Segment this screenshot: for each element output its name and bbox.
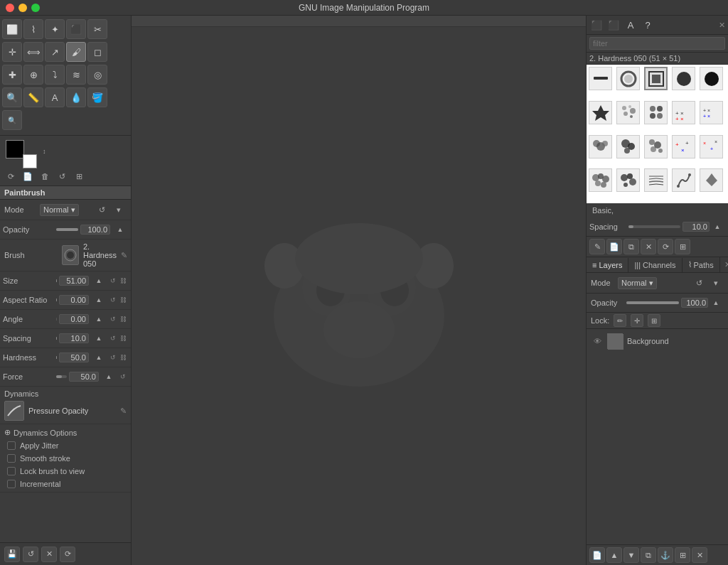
font-icon-tab[interactable]: A [623, 18, 638, 32]
zoom-single-tool[interactable]: 🔍 [2, 110, 22, 130]
opacity-spinup[interactable]: ▲ [112, 222, 128, 237]
fuzzy-select-tool[interactable]: ✦ [45, 19, 65, 39]
layer-item-background[interactable]: 👁 Background [589, 331, 726, 351]
brush-cell-4[interactable] [672, 67, 695, 90]
bucket-fill-tool[interactable]: 🪣 [87, 87, 107, 107]
dynamics-preview[interactable] [4, 401, 24, 421]
help-icon-tab[interactable]: ? [641, 18, 655, 32]
brush-cell-17[interactable] [616, 168, 640, 192]
opacity-value[interactable] [80, 225, 110, 235]
duplicate-brush-btn[interactable]: ⧉ [623, 239, 639, 254]
layers-mode-more-btn[interactable]: ▾ [708, 275, 724, 291]
transform-tool[interactable]: ↗ [45, 42, 65, 62]
smudge-tool[interactable]: ⤵ [45, 65, 65, 85]
brush-cell-6[interactable] [589, 101, 612, 124]
maximize-button[interactable] [31, 4, 40, 12]
angle-reset-btn[interactable]: ↺ [108, 314, 118, 324]
layers-mode-reset-btn[interactable]: ↺ [691, 275, 707, 291]
opacity-slider[interactable] [56, 228, 78, 231]
restore-defaults-btn[interactable]: ⟳ [3, 168, 18, 184]
close-button[interactable] [6, 4, 14, 12]
size-chain-btn[interactable]: ⛓ [118, 276, 128, 286]
incremental-checkbox[interactable] [7, 480, 16, 488]
spacing-value[interactable] [59, 333, 89, 343]
layer-eye-icon[interactable]: 👁 [592, 335, 603, 347]
mode-reset-btn[interactable]: ↺ [94, 202, 109, 217]
brush-cell-8[interactable] [644, 101, 668, 124]
aspect-ratio-value[interactable] [59, 295, 89, 305]
measure-tool[interactable]: 📏 [23, 87, 43, 107]
aspect-ratio-slider[interactable] [56, 298, 57, 301]
save-preset-btn[interactable]: 📄 [20, 168, 36, 184]
brush-cell-15[interactable]: × + × [700, 135, 723, 158]
spacing-basic-slider[interactable] [628, 225, 680, 228]
dodge-tool[interactable]: ◎ [87, 65, 107, 85]
brush-edit-btn[interactable]: ✎ [121, 251, 127, 260]
layers-close-btn[interactable]: ✕ [720, 257, 728, 272]
mode-select[interactable]: Normal ▾ [40, 204, 79, 216]
brush-cell-2[interactable] [616, 67, 640, 90]
brush-cell-7[interactable] [616, 101, 640, 124]
paintbrush-tool[interactable]: 🖌 [66, 42, 86, 62]
brush-cell-14[interactable]: + × + [672, 135, 695, 158]
paths-tab[interactable]: ⌇ Paths [682, 257, 720, 272]
erase-tool[interactable]: ◻ [87, 42, 107, 62]
channels-tab[interactable]: ||| Channels [628, 258, 682, 272]
brush-preview[interactable] [62, 245, 79, 265]
restore-btn[interactable]: ↺ [23, 547, 38, 562]
blur-tool[interactable]: ≋ [66, 65, 86, 85]
spacing-spin-icon[interactable]: ▲ [710, 219, 725, 235]
aspect-ratio-reset-btn[interactable]: ↺ [108, 295, 118, 305]
brush-filter-input[interactable] [589, 37, 725, 50]
free-select-tool[interactable]: ⌇ [23, 19, 43, 39]
duplicate-layer-btn[interactable]: ⧉ [641, 547, 656, 563]
foreground-color[interactable] [6, 140, 24, 158]
brush-cell-19[interactable] [672, 168, 695, 192]
dynamics-options-header[interactable]: ⊕ Dynamics Options [4, 426, 127, 439]
merge-down-btn[interactable]: ⊞ [675, 547, 690, 563]
spacing-slider[interactable] [56, 337, 57, 340]
aspect-ratio-spinup[interactable]: ▲ [91, 292, 107, 308]
brush-cell-10[interactable]: + × + × [700, 101, 723, 124]
size-slider[interactable] [56, 279, 57, 282]
edit-brush-btn[interactable]: ✎ [589, 239, 605, 254]
brush-cell-11[interactable] [589, 135, 612, 158]
brush-cell-20[interactable] [700, 168, 723, 192]
canvas-area[interactable] [132, 16, 586, 565]
force-slider[interactable] [56, 375, 67, 378]
pick-color-tool[interactable]: 💧 [66, 87, 86, 107]
delete-preset-btn[interactable]: ✕ [41, 547, 57, 562]
brush-cell-1[interactable] [589, 67, 612, 90]
delete-layer-btn[interactable]: ✕ [692, 547, 707, 563]
brush-cell-12[interactable] [616, 135, 640, 158]
spacing-reset-btn[interactable]: ↺ [108, 333, 118, 343]
brush-cell-5[interactable] [700, 67, 723, 90]
crop-tool[interactable]: ⬛ [66, 19, 86, 39]
brush-cell-18[interactable] [644, 168, 668, 192]
refresh-brushes-btn[interactable]: ⟳ [658, 239, 673, 254]
save-tool-preset-btn[interactable]: 💾 [4, 547, 20, 562]
smooth-stroke-checkbox[interactable] [7, 454, 16, 463]
force-reset-btn[interactable]: ↺ [118, 372, 128, 382]
hardness-slider[interactable] [56, 356, 57, 359]
spacing-spinup[interactable]: ▲ [91, 330, 107, 346]
mode-more-btn[interactable]: ▾ [111, 202, 127, 217]
size-reset-btn[interactable]: ↺ [108, 276, 118, 286]
layers-tab[interactable]: ≡ Layers [587, 258, 628, 272]
rect-select-tool[interactable]: ⬜ [2, 19, 22, 39]
anchor-layer-btn[interactable]: ⚓ [658, 547, 673, 563]
opacity-spin-icon[interactable]: ▲ [708, 295, 724, 311]
size-spinup[interactable]: ▲ [91, 273, 107, 289]
hardness-spinup[interactable]: ▲ [91, 350, 107, 365]
aspect-ratio-chain-btn[interactable]: ⛓ [118, 295, 128, 305]
dynamics-edit-btn[interactable]: ✎ [120, 407, 127, 416]
heal-tool[interactable]: ✚ [2, 65, 22, 85]
force-value[interactable] [69, 372, 99, 382]
apply-jitter-checkbox[interactable] [7, 441, 16, 450]
zoom-tool[interactable]: 🔍 [2, 87, 22, 107]
lock-pixels-btn[interactable]: ✏ [614, 314, 626, 327]
angle-slider[interactable] [56, 318, 57, 321]
brush-cell-16[interactable] [589, 168, 612, 192]
lock-brush-checkbox[interactable] [7, 467, 16, 475]
angle-chain-btn[interactable]: ⛓ [118, 314, 128, 324]
